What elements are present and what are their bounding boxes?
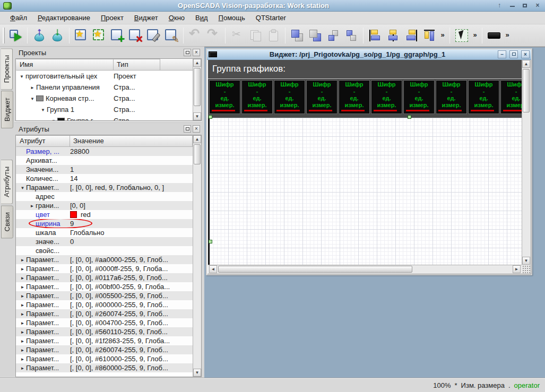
attr-expander-icon[interactable]: ► [19,265,26,273]
column-header-type[interactable]: Тип [114,59,160,71]
graph-cell[interactable]: Шифр - ед. измер. [274,80,305,114]
attr-expander-icon[interactable]: ► [19,346,26,354]
attr-row[interactable]: ►Парамет...[, [0, 0], #0000ff-255, 9, Гл… [16,264,193,273]
scroll-right-button[interactable]: ► [513,265,521,273]
menu-edit[interactable]: Редактирование [33,12,95,24]
attr-row[interactable]: ►грани...[0, 0] [16,201,193,210]
projects-scrollbar[interactable]: ▲ ▼ [193,59,201,120]
edit-item-button[interactable] [162,27,180,45]
tree-row[interactable]: ▼Группа г...Стра... [16,115,193,120]
tab-projects[interactable]: Проекты [1,48,13,90]
widget-canvas[interactable] [208,118,522,265]
tree-row[interactable]: ►Панели управленияСтра... [16,82,193,93]
widget-maximize-button[interactable] [509,50,518,58]
attr-row[interactable]: ►Парамет...[, [0, 0], #aa0000-255, 9, Гл… [16,255,193,264]
graph-cell[interactable]: Шифр - ед. измер. [500,80,522,114]
column-header-value[interactable]: Значение [70,135,193,147]
attr-expander-icon[interactable]: ► [19,274,26,282]
toolbar-drag-handle[interactable] [3,28,5,43]
attr-expander-icon[interactable]: ► [19,256,26,264]
projects-close-button[interactable]: × [193,49,200,56]
resize-grip[interactable] [522,265,530,273]
attr-value[interactable]: 9 [70,219,74,228]
cursor-tool-button[interactable] [453,27,471,45]
selection-handle[interactable] [408,115,411,119]
tab-widgets[interactable]: Виджет [1,91,13,128]
attr-value[interactable]: 0 [70,237,74,246]
attr-row[interactable]: ►Парамет...[, [0, 0], #260074-255, 9, Гл… [16,309,193,318]
tree-row[interactable]: ▼Корневая стр...Стра... [16,93,193,104]
graph-cell[interactable]: Шифр - ед. измер. [371,80,402,114]
attr-value[interactable]: [, [0, 0], #000000-255, 9, Глоб... [70,300,168,309]
undo-button[interactable] [186,27,204,45]
item-properties-button[interactable] [144,27,162,45]
attr-value[interactable]: 14 [70,174,77,183]
attr-row[interactable]: значе...0 [16,237,193,246]
tree-expander-icon[interactable]: ▼ [18,71,25,82]
projects-float-button[interactable] [184,49,191,56]
scroll-down-button[interactable]: ▼ [522,257,530,265]
lower-bottom-button[interactable] [306,27,324,45]
attr-expander-icon[interactable]: ► [19,292,26,300]
graph-cell[interactable]: Шифр - ед. измер. [468,80,499,114]
scroll-up-button[interactable]: ▲ [193,135,201,143]
menu-window[interactable]: Окно [164,12,189,24]
tree-expander-icon[interactable]: ▼ [29,93,36,104]
scroll-thumb[interactable] [194,68,201,106]
raise-button[interactable] [324,27,342,45]
widget-window-titlebar[interactable]: Виджет: /prj_Prigotovka/pg_so/pg_1/pg_gg… [207,49,531,60]
current-color-button[interactable] [485,27,503,45]
attributes-float-button[interactable] [184,125,191,133]
attr-expander-icon[interactable]: ► [19,283,26,291]
graph-cell[interactable]: Шифр - ед. измер. [209,80,240,114]
attributes-close-button[interactable]: × [193,125,200,133]
copy-button[interactable] [246,27,264,45]
attr-value[interactable]: [, [0, 0], #610000-255, 9, Глоб... [70,354,168,363]
redo-button[interactable] [204,27,222,45]
selection-handle[interactable] [209,115,212,119]
scroll-left-button[interactable]: ◄ [209,265,217,273]
attr-value[interactable]: [, [0, 0], #560110-255, 9, Глоб... [70,327,168,336]
attr-expander-icon[interactable]: ► [19,310,26,318]
menu-file[interactable]: Файл [5,12,32,24]
attr-value[interactable]: [, [0, 0], red, 9, Глобально, 0, ] [70,183,164,192]
attr-expander-icon[interactable]: ► [19,301,26,309]
attr-row[interactable]: ►Парамет...[, [0, 0], #0117a6-255, 9, Гл… [16,273,193,282]
scroll-down-button[interactable]: ▼ [193,112,201,120]
tree-expander-icon[interactable]: ▼ [39,104,47,116]
attr-row[interactable]: Количес...14 [16,174,193,183]
add-item-button[interactable] [108,27,126,45]
align-vcenter-button[interactable] [420,27,438,45]
attr-row[interactable]: шкалаГлобально [16,228,193,237]
attr-row[interactable]: адрес [16,192,193,201]
save-to-db-button[interactable] [48,27,66,45]
minimize-button[interactable] [508,2,516,10]
more-elements-button[interactable]: » [471,28,479,43]
attr-row[interactable]: ►Парамет...[, [0, 0], #004700-255, 9, Гл… [16,318,193,327]
widget-minimize-button[interactable]: – [498,50,506,58]
menu-widget[interactable]: Виджет [129,12,163,24]
attr-expander-icon[interactable]: ► [19,364,26,372]
attr-value[interactable]: 28800 [70,147,89,156]
attr-expander-icon[interactable]: ► [19,337,26,345]
scroll-thumb[interactable] [194,144,201,164]
graph-cell[interactable]: Шифр - ед. измер. [306,80,338,114]
run-widget-button[interactable] [6,27,24,45]
attr-expander-icon[interactable]: ► [19,319,26,327]
menu-help[interactable]: Помощь [214,12,250,24]
attr-row[interactable]: ►Парамет...[, [0, 0], #260074-255, 9, Гл… [16,345,193,354]
align-right-button[interactable] [402,27,420,45]
delete-item-button[interactable] [126,27,144,45]
attr-row[interactable]: ►Парамет...[, [0, 0], #00bf00-255, 9, Гл… [16,282,193,291]
graph-cell[interactable]: Шифр - ед. измер. [403,80,435,114]
align-hcenter-button[interactable] [384,27,402,45]
graph-cell[interactable]: Шифр - ед. измер. [339,80,370,114]
attr-value[interactable]: [0, 0] [70,201,85,210]
close-button[interactable]: × [533,2,542,10]
attr-row[interactable]: Значени...1 [16,165,193,174]
attributes-panel-titlebar[interactable]: Атрибуты × [14,123,202,135]
column-header-attribute[interactable]: Атрибут [16,135,70,147]
lower-button[interactable] [342,27,360,45]
attr-value[interactable]: [, [0, 0], #0000ff-255, 9, Глоба... [70,264,168,273]
canvas-horizontal-scrollbar[interactable]: ◄ ► [208,265,522,273]
